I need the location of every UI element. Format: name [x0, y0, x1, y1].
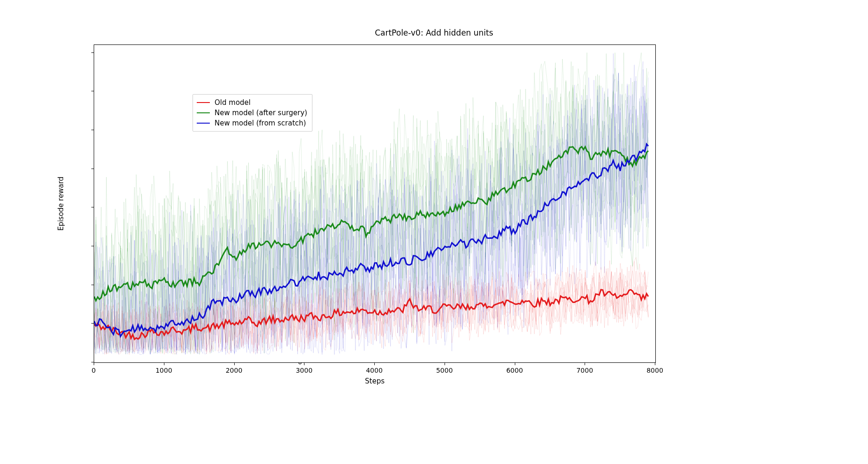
- legend-swatch: [197, 102, 210, 103]
- x-tick-mark: [374, 363, 375, 365]
- x-tick-label: 7000: [576, 367, 593, 374]
- x-tick-label: 8000: [646, 367, 663, 374]
- plot-area: Old modelNew model (after surgery)New mo…: [94, 44, 656, 363]
- legend-label: Old model: [215, 98, 251, 107]
- legend-row: Old model: [197, 97, 307, 108]
- x-tick-mark: [94, 363, 94, 365]
- chart-title: CartPole-v0: Add hidden units: [0, 28, 868, 37]
- y-axis-label: Episode reward: [57, 177, 65, 231]
- x-tick-label: 0: [92, 367, 96, 374]
- x-tick-mark: [655, 363, 655, 365]
- legend-row: New model (after surgery): [197, 108, 307, 118]
- legend-swatch: [197, 123, 210, 124]
- x-tick-label: 3000: [296, 367, 312, 374]
- x-tick-mark: [304, 363, 304, 365]
- legend-row: New model (from scratch): [197, 118, 307, 128]
- x-tick-label: 4000: [366, 367, 383, 374]
- x-tick-label: 2000: [226, 367, 243, 374]
- legend: Old modelNew model (after surgery)New mo…: [193, 94, 312, 132]
- x-axis-label: Steps: [365, 377, 385, 385]
- legend-swatch: [197, 112, 210, 114]
- x-tick-mark: [585, 363, 585, 365]
- x-tick-mark: [164, 363, 164, 365]
- legend-label: New model (from scratch): [215, 119, 306, 127]
- x-tick-mark: [234, 363, 235, 365]
- x-tick-label: 1000: [156, 367, 172, 374]
- figure: CartPole-v0: Add hidden units Episode re…: [0, 0, 868, 464]
- x-tick-label: 6000: [506, 367, 523, 374]
- legend-label: New model (after surgery): [215, 109, 307, 117]
- plot-svg: [94, 45, 655, 362]
- x-tick-mark: [515, 363, 515, 365]
- x-tick-label: 5000: [436, 367, 453, 374]
- x-tick-mark: [445, 363, 445, 365]
